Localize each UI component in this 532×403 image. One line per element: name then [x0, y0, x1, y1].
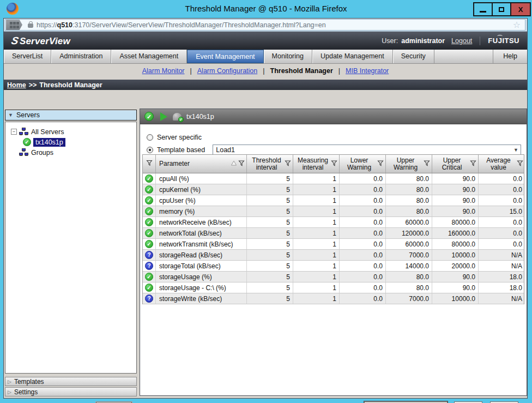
column-header-threshold_interval[interactable]: Threshold interval: [247, 155, 293, 173]
tree-node-groups[interactable]: Groups: [19, 147, 136, 158]
server-specific-radio[interactable]: [147, 134, 153, 141]
cell-threshold_interval: 5: [247, 282, 293, 293]
use-as-server-specific-button[interactable]: Use As Server Specific: [364, 401, 448, 403]
table-row[interactable]: ✓cpuKernel (%)510.080.090.00.0: [143, 184, 524, 195]
server-label-selected[interactable]: tx140s1p: [33, 138, 65, 147]
logout-link[interactable]: Logout: [451, 37, 472, 45]
minimize-button[interactable]: [473, 2, 493, 16]
start-measurement-icon[interactable]: [160, 112, 167, 121]
cell-parameter: storageUsage - C:\ (%): [156, 282, 247, 293]
url-bar[interactable]: https://q510:3170/ServerView/ServerView/…: [5, 19, 525, 31]
cell-parameter: storageWrite (kB/sec): [156, 293, 247, 304]
apply-button[interactable]: Apply: [454, 401, 482, 403]
sort-asc-icon[interactable]: [231, 160, 237, 168]
cell-status: ✓: [143, 173, 156, 184]
column-header-upper_warning[interactable]: Upper Warning: [386, 155, 432, 173]
cell-upper_critical: 10000.0: [432, 293, 479, 304]
tab-administration[interactable]: Administration: [51, 50, 111, 63]
cell-measuring_interval: 1: [293, 239, 340, 249]
column-header-measuring_interval[interactable]: Measuring interval: [293, 155, 340, 173]
collapse-triangle-icon: ▼: [8, 112, 13, 118]
reset-button[interactable]: Reset: [490, 401, 518, 403]
cell-parameter: networkTotal (kB/sec): [156, 228, 247, 238]
table-row[interactable]: ✓cpuUser (%)510.080.090.00.0: [143, 195, 524, 206]
maximize-button[interactable]: [492, 2, 511, 16]
cell-upper_critical: 90.0: [432, 272, 479, 282]
column-header-lower_warning[interactable]: Lower Warning: [340, 155, 386, 173]
breadcrumb-home-link[interactable]: Home: [7, 81, 26, 89]
table-row[interactable]: ✓storageUsage - C:\ (%)510.080.090.018.0: [143, 282, 524, 293]
server-specific-option[interactable]: Server specific: [147, 131, 527, 143]
column-header-average_value[interactable]: Average value: [479, 155, 525, 173]
cell-upper_critical: 90.0: [432, 206, 479, 216]
filter-funnel-icon[interactable]: [517, 160, 523, 168]
close-button[interactable]: X: [510, 2, 531, 16]
table-row[interactable]: ✓networkReceive (kB/sec)510.060000.08000…: [143, 217, 524, 228]
submenu-link-alarm-configuration[interactable]: Alarm Configuration: [197, 67, 257, 75]
cell-lower_warning: 0.0: [340, 239, 386, 249]
filter-funnel-icon[interactable]: [331, 160, 337, 168]
filter-funnel-icon[interactable]: [424, 160, 430, 168]
server-group-icon: [19, 128, 28, 136]
column-header-parameter[interactable]: Parameter: [156, 155, 247, 173]
serverview-header: S ServerView User: administrator Logout …: [4, 32, 527, 50]
status-ok-icon: ✓: [145, 185, 153, 194]
tab-monitoring[interactable]: Monitoring: [264, 50, 312, 63]
status-ok-icon: ✓: [145, 218, 153, 226]
cell-parameter: cpuUser (%): [156, 195, 247, 206]
submenu-separator: |: [263, 67, 264, 75]
tree-expander-icon[interactable]: −: [11, 129, 17, 135]
tab-security[interactable]: Security: [393, 50, 434, 63]
cell-measuring_interval: 1: [293, 195, 340, 206]
tab-groups-icon[interactable]: [6, 20, 22, 30]
user-name: administrator: [401, 37, 445, 45]
tab-update-management[interactable]: Update Management: [312, 50, 393, 63]
tree-node-all-servers[interactable]: − All Servers: [11, 127, 136, 137]
template-based-radio[interactable]: [147, 147, 153, 153]
cell-parameter: storageUsage (%): [156, 272, 247, 282]
tree-node-server[interactable]: ✓ tx140s1p: [23, 137, 136, 147]
cell-status: ✓: [143, 184, 156, 195]
filter-funnel-icon[interactable]: [238, 160, 245, 168]
tab-serverlist[interactable]: ServerList: [4, 50, 51, 63]
tab-asset-management[interactable]: Asset Management: [111, 50, 187, 63]
table-row[interactable]: ✓storageUsage (%)510.080.090.018.0: [143, 272, 524, 282]
sidebar-panel-templates[interactable]: ▷ Templates: [5, 377, 137, 386]
cell-lower_warning: 0.0: [340, 206, 386, 216]
cell-upper_warning: 80.0: [386, 184, 432, 195]
cell-threshold_interval: 5: [247, 195, 293, 206]
table-row[interactable]: ✓memory (%)510.080.090.015.0: [143, 206, 524, 217]
sidebar-panel-settings[interactable]: ▷ Settings: [5, 387, 137, 396]
threshold-table: ParameterThreshold intervalMeasuring int…: [142, 154, 524, 304]
template-select[interactable]: Load1 ▼: [213, 145, 521, 155]
bookmark-star-icon[interactable]: ☆: [513, 21, 521, 29]
filter-funnel-icon[interactable]: [285, 160, 291, 168]
cell-threshold_interval: 5: [247, 293, 293, 304]
lock-icon[interactable]: [28, 23, 33, 28]
cell-threshold_interval: 5: [247, 184, 293, 195]
table-row[interactable]: ✓networkTotal (kB/sec)510.0120000.016000…: [143, 228, 524, 239]
tab-event-management[interactable]: Event Management: [187, 50, 263, 63]
table-row[interactable]: ?storageTotal (kB/sec)510.014000.020000.…: [143, 261, 524, 272]
url-text[interactable]: https://q510:3170/ServerView/ServerView/…: [37, 21, 326, 29]
cell-status: ?: [143, 250, 156, 260]
filter-funnel-icon[interactable]: [470, 160, 476, 168]
sidebar-panel-servers[interactable]: ▼ Servers: [5, 110, 137, 121]
filter-funnel-icon[interactable]: [377, 160, 384, 168]
header-status-filter[interactable]: [143, 155, 156, 173]
tab-help[interactable]: Help: [493, 50, 527, 63]
templates-panel-label: Templates: [14, 378, 44, 386]
column-header-upper_critical[interactable]: Upper Critical: [432, 155, 479, 173]
submenu-link-alarm-monitor[interactable]: Alarm Monitor: [142, 67, 185, 75]
cell-lower_warning: 0.0: [340, 184, 386, 195]
table-row[interactable]: ✓cpuAll (%)510.080.090.00.0: [143, 173, 524, 184]
breadcrumb-current: Threshold Manager: [39, 81, 102, 89]
submenu-link-mib-integrator[interactable]: MIB Integrator: [346, 67, 389, 75]
server-status-icon[interactable]: ✓: [173, 113, 182, 121]
window-titlebar: Threshold Manager @ q510 - Mozilla Firef…: [0, 0, 532, 18]
table-row[interactable]: ✓networkTransmit (kB/sec)510.060000.0800…: [143, 239, 524, 250]
table-row[interactable]: ?storageWrite (kB/sec)510.07000.010000.0…: [143, 293, 524, 304]
table-row[interactable]: ?storageRead (kB/sec)510.07000.010000.0N…: [143, 250, 524, 261]
cell-average_value: 0.0: [479, 195, 525, 206]
toolbar-server-name: tx140s1p: [186, 113, 214, 121]
